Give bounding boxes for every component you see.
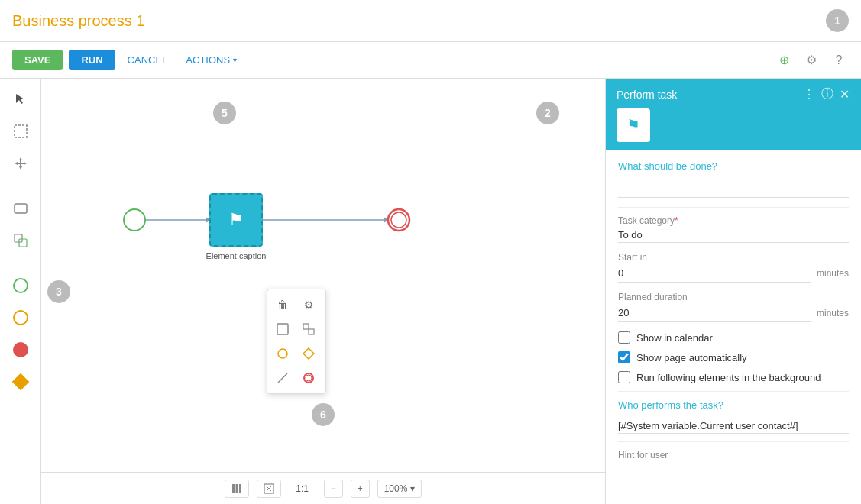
- zoom-percent-button[interactable]: 100% ▾: [377, 480, 422, 498]
- toolbar: SAVE RUN CANCEL ACTIONS ▾ ⊕ ⚙ ?: [0, 42, 861, 79]
- required-star: *: [675, 215, 678, 226]
- planned-duration-input[interactable]: [618, 304, 811, 322]
- show-calendar-checkbox[interactable]: [618, 331, 630, 344]
- tool-separator-1: [4, 186, 36, 186]
- divider-1: [618, 207, 849, 208]
- panel-info-icon[interactable]: ⓘ: [821, 86, 833, 102]
- show-page-checkbox[interactable]: [618, 351, 630, 363]
- task-node-label: Element caption: [206, 251, 267, 260]
- delete-element-button[interactable]: 🗑: [272, 294, 293, 315]
- start-in-row: minutes: [618, 264, 849, 283]
- zoom-in-button[interactable]: +: [351, 480, 370, 498]
- task-category-label-text: Task category: [618, 215, 675, 226]
- add-end-circle-button[interactable]: [298, 367, 319, 389]
- svg-rect-19: [232, 484, 235, 493]
- rect-element-tool[interactable]: [8, 195, 34, 221]
- search-icon[interactable]: ⊕: [774, 50, 794, 70]
- svg-rect-8: [15, 204, 27, 213]
- start-event-tool[interactable]: [8, 273, 34, 299]
- svg-rect-12: [303, 324, 309, 329]
- end-event-tool[interactable]: [8, 337, 34, 363]
- task-node[interactable]: ⚑ Element caption: [209, 193, 263, 247]
- show-calendar-label: Show in calendar: [636, 332, 713, 344]
- title-prefix: Business process: [12, 12, 136, 29]
- intermediate-circle: [13, 310, 28, 325]
- add-diamond-button[interactable]: [298, 343, 319, 364]
- save-button[interactable]: SAVE: [12, 50, 63, 70]
- performer-value[interactable]: [#System variable.Current user contact#]: [618, 418, 849, 434]
- step-badge-1: 1: [826, 9, 849, 32]
- run-background-label: Run following elements in the background: [636, 372, 821, 383]
- svg-line-16: [278, 373, 287, 383]
- panel-more-icon[interactable]: ⋮: [803, 87, 815, 102]
- task-category-value[interactable]: To do: [618, 228, 849, 243]
- intermediate-event-tool[interactable]: [8, 305, 34, 331]
- panel-header: Perform task ⋮ ⓘ ✕ ⚑: [606, 79, 861, 150]
- actions-button[interactable]: ACTIONS ▾: [180, 50, 243, 70]
- run-background-checkbox[interactable]: [618, 371, 630, 383]
- show-calendar-row: Show in calendar: [618, 331, 849, 344]
- svg-rect-7: [17, 163, 24, 164]
- element-settings-button[interactable]: ⚙: [298, 294, 319, 315]
- panel-flag-icon: ⚑: [626, 116, 640, 134]
- title-number: 1: [136, 12, 144, 29]
- start-in-unit: minutes: [817, 268, 849, 279]
- run-button[interactable]: RUN: [69, 50, 115, 70]
- tools-sidebar: [0, 79, 41, 504]
- add-rect-button[interactable]: [272, 318, 293, 340]
- cancel-button[interactable]: CANCEL: [121, 50, 174, 70]
- resize-button[interactable]: [298, 318, 319, 340]
- ratio-label: 1:1: [289, 483, 316, 494]
- add-line-button[interactable]: [272, 367, 293, 389]
- end-node-inner: [391, 212, 406, 228]
- header: Business process 1 1: [0, 0, 861, 42]
- what-to-do-input[interactable]: [618, 179, 849, 198]
- fit-button[interactable]: [257, 480, 281, 498]
- column-view-button[interactable]: [225, 480, 249, 498]
- panel-task-icon-box: ⚑: [617, 108, 650, 142]
- show-page-label: Show page automatically: [636, 352, 747, 363]
- settings-icon[interactable]: ⚙: [801, 50, 821, 70]
- chevron-down-icon-zoom: ▾: [410, 483, 415, 494]
- panel-close-icon[interactable]: ✕: [840, 87, 850, 102]
- help-icon[interactable]: ?: [829, 50, 849, 70]
- actions-label: ACTIONS: [186, 54, 230, 66]
- gateway-tool[interactable]: [8, 369, 34, 395]
- start-node[interactable]: [124, 209, 145, 231]
- group-tool[interactable]: [8, 228, 34, 254]
- diamond-shape: [11, 373, 29, 391]
- planned-duration-unit: minutes: [817, 308, 849, 318]
- end-circle: [13, 342, 28, 357]
- svg-rect-20: [235, 484, 238, 493]
- start-in-input[interactable]: [618, 264, 811, 283]
- chevron-down-icon: ▾: [233, 56, 237, 64]
- svg-rect-9: [15, 234, 22, 242]
- hint-label: Hint for user: [618, 450, 849, 460]
- task-category-label: Task category*: [618, 215, 849, 226]
- tool-separator-2: [4, 263, 36, 263]
- svg-marker-0: [16, 94, 24, 104]
- canvas-area[interactable]: 2 3 5 ⚑ Element caption 🗑 ⚙: [41, 79, 605, 504]
- add-circle-button[interactable]: [272, 343, 293, 364]
- svg-rect-21: [239, 484, 241, 493]
- run-background-row: Run following elements in the background: [618, 371, 849, 383]
- start-in-group: Start in minutes: [618, 252, 849, 283]
- planned-duration-label: Planned duration: [618, 292, 849, 302]
- right-panel: Perform task ⋮ ⓘ ✕ ⚑ What should be done…: [605, 79, 861, 504]
- svg-rect-11: [277, 324, 288, 334]
- main-area: 2 3 5 ⚑ Element caption 🗑 ⚙: [0, 79, 861, 504]
- task-category-group: Task category* To do: [618, 215, 849, 243]
- planned-duration-group: Planned duration minutes: [618, 292, 849, 322]
- move-tool[interactable]: [8, 150, 34, 176]
- toolbar-right: ⊕ ⚙ ?: [774, 50, 849, 70]
- task-node-icon: ⚑: [228, 210, 244, 230]
- select-rect-tool[interactable]: [8, 118, 34, 144]
- svg-marker-15: [303, 348, 314, 359]
- step-badge-6: 6: [312, 403, 335, 426]
- panel-header-icons: ⋮ ⓘ ✕: [803, 86, 850, 102]
- panel-body: What should be done? Task category* To d…: [606, 150, 861, 504]
- select-tool[interactable]: [8, 86, 34, 112]
- planned-duration-row: minutes: [618, 304, 849, 322]
- zoom-out-button[interactable]: −: [324, 480, 343, 498]
- section-title-1: What should be done?: [618, 160, 849, 172]
